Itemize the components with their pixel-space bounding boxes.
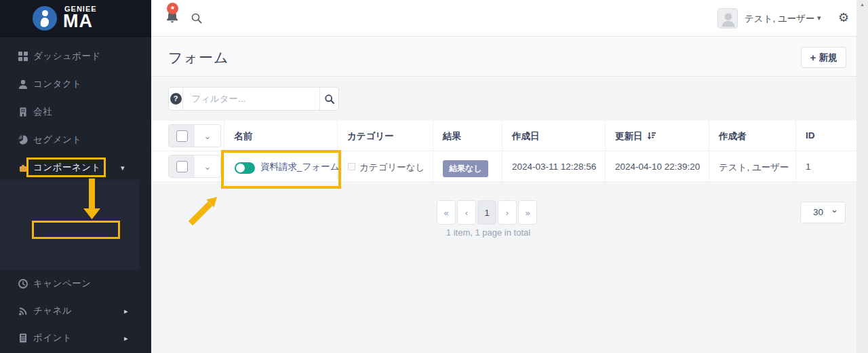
search-icon[interactable] — [191, 12, 203, 24]
channel-icon — [18, 305, 28, 316]
sidebar-item-company[interactable]: 会社 — [0, 102, 151, 122]
contact-icon — [18, 79, 28, 90]
sidebar: GENIEE MA ダッシュボード コンタクト 会社 セグメント コンポーネント… — [0, 0, 151, 353]
sidebar-item-point[interactable]: ポイント ▸ — [0, 328, 151, 348]
page-header — [151, 37, 856, 77]
caret-right-icon: ▸ — [124, 307, 128, 316]
sidebar-item-label: 会社 — [33, 106, 52, 118]
category-color-swatch — [348, 163, 355, 170]
page-size-select[interactable]: 30 ⌄ — [800, 202, 846, 223]
page-first-button[interactable]: « — [437, 200, 456, 225]
updated-cell: 2024-04-10 22:39:20 — [615, 162, 700, 172]
chevron-down-icon: ⌄ — [204, 131, 212, 141]
filter-group: ? — [168, 87, 339, 111]
sidebar-item-campaign[interactable]: キャンペーン — [0, 274, 151, 294]
author-cell: テスト, ユーザー — [719, 162, 789, 174]
row-select-control: ⌄ — [168, 155, 221, 178]
select-all-control: ⌄ — [168, 124, 221, 147]
column-header-author[interactable]: 作成者 — [719, 130, 747, 143]
sidebar-item-label: コンポーネント — [33, 162, 101, 174]
result-badge: 結果なし — [443, 160, 488, 177]
column-header-id[interactable]: ID — [806, 130, 815, 141]
caret-right-icon: ▸ — [124, 334, 128, 343]
brand-main-label: MA — [63, 11, 93, 32]
segment-icon — [18, 134, 28, 145]
sidebar-item-label: コンタクト — [33, 78, 82, 90]
pagination: « ‹ 1 › » — [437, 200, 537, 225]
row-checkbox[interactable] — [176, 161, 188, 172]
select-all-dropdown[interactable]: ⌄ — [195, 125, 220, 147]
chevron-down-icon: ⌄ — [831, 204, 838, 215]
user-menu-caret-icon[interactable]: ▾ — [817, 14, 821, 22]
filter-input[interactable] — [183, 88, 319, 110]
company-icon — [18, 107, 28, 117]
component-submenu: アセット フォーム ランディングページ ダイナミックコンテンツ — [0, 180, 139, 270]
column-header-name[interactable]: 名前 — [234, 130, 252, 143]
column-header-updated[interactable]: 更新日 — [615, 130, 643, 143]
chevron-down-icon: ⌄ — [204, 162, 212, 172]
pagination-summary: 1 item, 1 page in total — [407, 227, 570, 238]
settings-gear-icon[interactable]: ⚙ — [838, 10, 849, 25]
column-header-result[interactable]: 結果 — [443, 130, 461, 143]
point-icon — [18, 333, 28, 343]
filter-search-button[interactable] — [319, 88, 338, 110]
new-button[interactable]: + 新規 — [801, 47, 846, 68]
sidebar-item-label: セグメント — [33, 134, 82, 146]
id-cell: 1 — [806, 162, 811, 172]
sidebar-item-label: ダッシュボード — [33, 50, 101, 62]
scrollbar-track[interactable]: ▲ — [856, 0, 868, 353]
sidebar-item-label: チャネル — [33, 305, 72, 317]
sidebar-item-component[interactable]: コンポーネント ▾ — [0, 157, 151, 178]
campaign-icon — [18, 278, 28, 289]
dashboard-icon — [18, 51, 28, 62]
user-name[interactable]: テスト, ユーザー — [745, 13, 815, 25]
sidebar-item-label: キャンペーン — [33, 278, 92, 290]
page-next-button[interactable]: › — [498, 200, 517, 225]
category-cell: カテゴリーなし — [359, 162, 425, 174]
sidebar-item-channel[interactable]: チャネル ▸ — [0, 301, 151, 321]
avatar-person-icon — [719, 10, 738, 29]
table-header-row — [151, 121, 856, 151]
form-enabled-toggle[interactable] — [235, 162, 255, 174]
select-all-checkbox[interactable] — [176, 130, 188, 142]
page-number-button[interactable]: 1 — [477, 200, 496, 225]
app-logo[interactable]: GENIEE MA — [0, 0, 151, 37]
form-name-link[interactable]: 資料請求_フォーム — [260, 161, 339, 173]
question-icon: ? — [170, 93, 182, 105]
page-last-button[interactable]: » — [518, 200, 537, 225]
sidebar-item-contact[interactable]: コンタクト — [0, 74, 151, 94]
column-header-created[interactable]: 作成日 — [512, 130, 540, 143]
caret-down-icon: ▾ — [121, 164, 125, 172]
search-icon — [324, 94, 335, 105]
row-dropdown[interactable]: ⌄ — [195, 155, 220, 177]
avatar[interactable] — [717, 8, 738, 29]
notification-badge: * — [167, 3, 178, 14]
page-size-value: 30 — [813, 207, 823, 217]
created-cell: 2024-03-11 12:28:56 — [512, 162, 596, 172]
column-header-category[interactable]: カテゴリー — [347, 130, 394, 143]
new-button-label: 新規 — [818, 52, 837, 64]
plus-icon: + — [810, 52, 816, 63]
page-title: フォーム — [168, 48, 229, 67]
sidebar-item-label: ポイント — [33, 332, 72, 344]
scrollbar-up-icon[interactable]: ▲ — [856, 2, 868, 7]
sidebar-item-dashboard[interactable]: ダッシュボード — [0, 46, 151, 67]
sort-desc-icon[interactable] — [647, 131, 656, 141]
filter-help-button[interactable]: ? — [169, 88, 183, 110]
sidebar-item-segment[interactable]: セグメント — [0, 130, 151, 150]
geniee-logo-icon — [33, 6, 57, 31]
component-icon — [18, 162, 28, 173]
page-prev-button[interactable]: ‹ — [457, 200, 476, 225]
